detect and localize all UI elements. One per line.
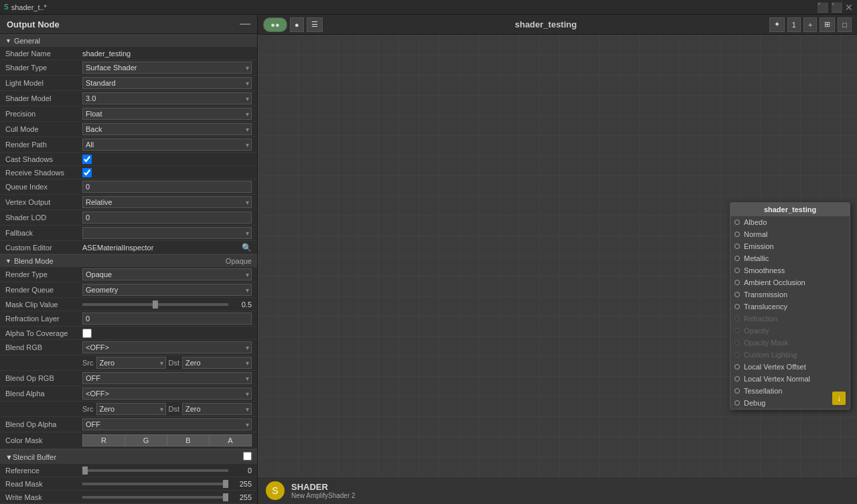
toolbar-plus-btn[interactable]: + (803, 17, 817, 32)
section-stencil-buffer[interactable]: ▼ Stencil Buffer (0, 449, 257, 464)
checkbox-stencil[interactable] (243, 452, 252, 460)
select-blend-alpha-wrapper: <OFF> (82, 388, 252, 400)
select-render-queue[interactable]: Geometry (82, 284, 252, 296)
port-metallic[interactable]: Metallic (730, 252, 850, 264)
toolbar-wand-btn[interactable]: ✦ (769, 17, 785, 32)
color-mask-a[interactable]: A (210, 434, 252, 446)
toolbar-menu-btn[interactable]: ☰ (307, 17, 323, 32)
row-shader-type: Shader Type Surface Shader (0, 60, 257, 76)
select-light-model[interactable]: Standard (82, 77, 252, 89)
toolbar-preview-btn[interactable]: ● (290, 17, 304, 32)
value-reference: 0 (228, 467, 252, 475)
port-albedo[interactable]: Albedo (730, 216, 850, 228)
section-blend-mode-label: Blend Mode (14, 257, 54, 265)
section-general-label: General (14, 37, 40, 45)
select-src-rgb[interactable]: Zero (96, 357, 166, 369)
port-emission[interactable]: Emission (730, 240, 850, 252)
label-write-mask: Write Mask (5, 493, 82, 501)
toolbar-square-btn[interactable]: □ (838, 17, 852, 32)
label-color-mask: Color Mask (5, 436, 82, 444)
select-blend-rgb[interactable]: <OFF> (82, 341, 252, 353)
select-shader-model-wrapper: 3.0 (82, 92, 252, 104)
port-local-vertex-normal[interactable]: Local Vertex Normal (730, 373, 850, 385)
select-precision[interactable]: Float (82, 108, 252, 120)
port-dot-emission (734, 244, 740, 249)
grid-icon: ⊞ (824, 20, 830, 29)
node-header: shader_testing (730, 203, 850, 216)
port-local-vertex-offset[interactable]: Local Vertex Offset (730, 361, 850, 373)
checkbox-receive-shadows[interactable] (82, 168, 92, 177)
color-mask-b[interactable]: B (167, 434, 210, 446)
select-vertex-output[interactable]: Relative (82, 196, 252, 208)
port-label-albedo: Albedo (744, 218, 767, 226)
port-dot-lvn (734, 376, 740, 382)
select-dst-rgb[interactable]: Zero (182, 357, 252, 369)
label-shader-type: Shader Type (5, 64, 82, 72)
row-color-mask: Color Mask R G B A (0, 432, 257, 449)
toolbar-grid-btn[interactable]: ⊞ (820, 17, 835, 32)
input-queue-index[interactable] (82, 181, 252, 193)
input-shader-lod[interactable] (82, 212, 252, 224)
title-bar-icon: S (4, 3, 9, 11)
select-blend-op-alpha[interactable]: OFF (82, 418, 252, 430)
custom-editor-search-icon[interactable]: 🔍 (242, 243, 252, 252)
toolbar-1-btn[interactable]: 1 (787, 17, 801, 32)
select-cull-mode[interactable]: Back (82, 123, 252, 135)
slider-reference[interactable] (82, 469, 228, 472)
toolbar-right: ✦ 1 + ⊞ □ (769, 17, 852, 32)
row-blend-op-alpha: Blend Op Alpha OFF (0, 417, 257, 432)
port-label-debug: Debug (744, 399, 765, 407)
slider-mask-clip-value[interactable] (82, 303, 228, 306)
canvas-grid[interactable]: shader_testing Albedo Normal Emission Me… (258, 35, 857, 504)
select-blend-op-rgb[interactable]: OFF (82, 372, 252, 384)
select-precision-wrapper: Float (82, 108, 252, 120)
left-scroll[interactable]: ▼ General Shader Name shader_testing Sha… (0, 34, 257, 504)
window-controls[interactable]: ⬛ ⬛ ✕ (817, 2, 853, 13)
select-blend-op-alpha-wrapper: OFF (82, 418, 252, 430)
checkbox-alpha-to-coverage[interactable] (82, 329, 92, 338)
one-icon: 1 (792, 21, 796, 29)
select-render-type[interactable]: Opaque (82, 268, 252, 280)
port-dot-tess (734, 388, 740, 394)
input-refraction-layer[interactable] (82, 313, 252, 325)
color-mask-r[interactable]: R (82, 434, 125, 446)
select-render-path[interactable]: All (82, 139, 252, 151)
port-ambient-occlusion[interactable]: Ambient Occlusion (730, 276, 850, 288)
row-light-model: Light Model Standard (0, 76, 257, 91)
section-blend-mode[interactable]: ▼ Blend Mode Opaque (0, 254, 257, 267)
port-dot-normal (734, 232, 740, 237)
row-alpha-to-coverage: Alpha To Coverage (0, 327, 257, 340)
row-fallback: Fallback (0, 226, 257, 241)
slider-write-mask[interactable] (82, 496, 228, 499)
color-mask-g[interactable]: G (125, 434, 167, 446)
label-render-queue: Render Queue (5, 286, 82, 294)
close-panel-button[interactable]: — (240, 19, 250, 29)
select-shader-model[interactable]: 3.0 (82, 92, 252, 104)
row-blend-rgb-src-dst: Src Zero Dst Zero (0, 355, 257, 371)
select-fallback[interactable] (82, 227, 252, 239)
row-shader-lod: Shader LOD (0, 210, 257, 226)
label-shader-model: Shader Model (5, 94, 82, 102)
checkbox-cast-shadows[interactable] (82, 155, 92, 164)
label-fallback: Fallback (5, 229, 82, 237)
row-cull-mode: Cull Mode Back (0, 122, 257, 137)
value-write-mask: 255 (228, 493, 252, 501)
dst-label: Dst (169, 359, 180, 367)
section-general[interactable]: ▼ General (0, 34, 257, 47)
slider-read-mask[interactable] (82, 483, 228, 485)
select-dst-alpha[interactable]: Zero (182, 403, 252, 415)
port-tessellation[interactable]: Tessellation ↓ (730, 385, 850, 397)
triangle-icon-stencil: ▼ (5, 453, 13, 461)
shader-node: shader_testing Albedo Normal Emission Me… (730, 202, 850, 410)
port-normal[interactable]: Normal (730, 228, 850, 240)
toolbar-toggle-btn[interactable]: ●● (263, 17, 287, 32)
select-shader-type[interactable]: Surface Shader (82, 62, 252, 74)
select-src-alpha[interactable]: Zero (96, 403, 166, 415)
port-transmission[interactable]: Transmission (730, 288, 850, 301)
download-icon[interactable]: ↓ (832, 392, 846, 405)
select-blend-op-rgb-wrapper: OFF (82, 372, 252, 384)
port-translucency[interactable]: Translucency (730, 301, 850, 313)
select-blend-alpha[interactable]: <OFF> (82, 388, 252, 400)
port-label-lvn: Local Vertex Normal (744, 375, 810, 383)
port-smoothness[interactable]: Smoothness (730, 264, 850, 276)
